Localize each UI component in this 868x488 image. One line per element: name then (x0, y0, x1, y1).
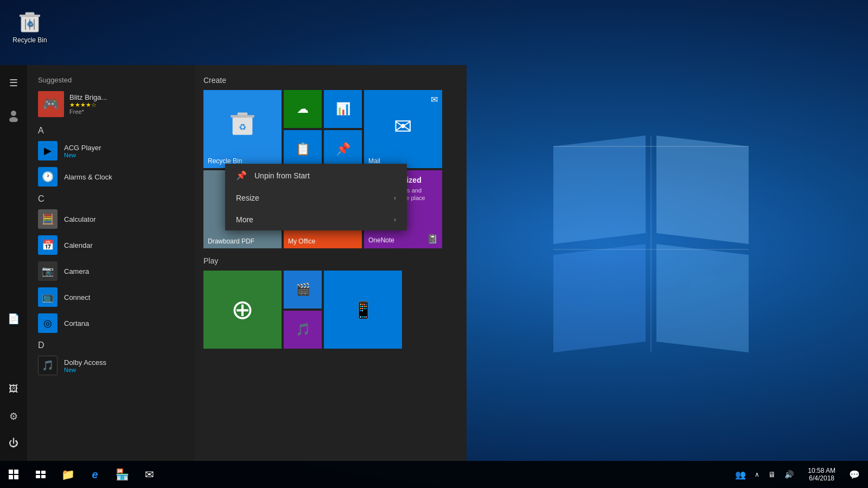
svg-rect-9 (20, 15, 40, 17)
suggested-app-blitz[interactable]: 🎮 Blitz Briga... ★★★★☆ Free* (27, 87, 195, 121)
more-label: More (236, 215, 253, 224)
dolby-name: Dolby Access (64, 358, 106, 367)
store-btn[interactable]: 🏪 (108, 461, 136, 488)
context-unpin[interactable]: 📌 Unpin from Start (225, 164, 407, 187)
calculator-icon: 🧮 (38, 209, 58, 229)
app-dolby[interactable]: 🎵 Dolby Access New (27, 352, 195, 378)
settings-icon[interactable]: ⚙ (0, 404, 27, 428)
cortana-info: Cortana (64, 319, 89, 328)
tile-small-2[interactable]: 📊 (324, 90, 362, 128)
clock-time: 10:58 AM (808, 467, 835, 474)
task-view-btn[interactable] (27, 461, 54, 488)
context-more[interactable]: More › (225, 209, 407, 230)
file-explorer-btn[interactable]: 📁 (54, 461, 81, 488)
alarms-clock-name: Alarms & Clock (64, 173, 112, 181)
documents-icon[interactable]: 📄 (0, 306, 27, 331)
more-arrow-icon: › (394, 216, 396, 223)
context-resize-left: Resize (236, 194, 259, 202)
context-resize[interactable]: Resize › (225, 187, 407, 209)
tile-recycle-bin[interactable]: ♻ Recycle Bin (203, 90, 282, 168)
app-connect[interactable]: 📺 Connect (27, 284, 195, 310)
tiles-area: Create ♻ Recycle Bin ☁ (195, 65, 467, 461)
user-avatar[interactable] (0, 103, 27, 127)
small-play-tiles: 🎬 🎵 (284, 271, 322, 349)
blitz-brigade-stars: ★★★★☆ (69, 101, 184, 108)
recycle-bin-icon: ♻ (17, 8, 43, 34)
start-menu: ☰ 📄 🖼 ⚙ ⏻ Suggested 🎮 Blitz Briga... ★★★… (0, 65, 467, 461)
tile-mail[interactable]: ✉ Mail ✉ (364, 90, 442, 168)
clock[interactable]: 10:58 AM 6/4/2018 (802, 467, 841, 482)
blitz-brigade-info: Blitz Briga... ★★★★☆ Free* (69, 93, 184, 115)
calculator-info: Calculator (64, 215, 96, 223)
app-calendar[interactable]: 📅 Calendar (27, 232, 195, 258)
tile-xbox[interactable]: ⊕ (203, 271, 282, 349)
calendar-name: Calendar (64, 241, 93, 249)
unpin-label: Unpin from Start (254, 171, 310, 180)
display-icon[interactable]: 🖥 (766, 468, 778, 481)
context-more-left: More (236, 215, 253, 224)
app-calculator[interactable]: 🧮 Calculator (27, 206, 195, 232)
tile-small-1[interactable]: ☁ (284, 90, 322, 128)
groove-icon: 🎵 (296, 323, 310, 337)
start-button[interactable] (0, 461, 27, 488)
tile-blue[interactable]: 📱 (324, 271, 402, 349)
desktop-recycle-bin[interactable]: ♻ Recycle Bin (8, 8, 52, 44)
volume-icon[interactable]: 🔊 (782, 468, 796, 481)
photos-icon[interactable]: 🖼 (0, 377, 27, 401)
create-label: Create (203, 76, 458, 85)
tile-small-1-icon: ☁ (297, 102, 309, 116)
app-list: Suggested 🎮 Blitz Briga... ★★★★☆ Free* A… (27, 65, 195, 461)
resize-arrow-icon: › (394, 194, 396, 202)
movies-icon: 🎬 (296, 282, 310, 297)
svg-rect-24 (9, 470, 13, 474)
svg-marker-1 (656, 136, 749, 244)
alpha-d: D (27, 336, 195, 352)
alarms-clock-icon: 🕐 (38, 167, 58, 187)
blitz-brigade-name: Blitz Briga... (69, 93, 184, 101)
svg-rect-26 (9, 475, 13, 479)
svg-marker-0 (553, 136, 646, 244)
context-unpin-left: 📌 Unpin from Start (236, 170, 310, 181)
app-acg-player[interactable]: ▶ ACG Player New (27, 138, 195, 164)
alpha-c: C (27, 190, 195, 206)
mail-btn[interactable]: ✉ (136, 461, 163, 488)
app-cortana[interactable]: ◎ Cortana (27, 310, 195, 336)
notification-btn[interactable]: 💬 (841, 461, 868, 488)
connect-name: Connect (64, 293, 90, 301)
tile-movies[interactable]: 🎬 (284, 271, 322, 309)
cortana-name: Cortana (64, 319, 89, 328)
camera-icon: 📷 (38, 261, 58, 281)
svg-marker-2 (553, 244, 646, 352)
alpha-a: A (27, 121, 195, 138)
edge-btn[interactable]: e (81, 461, 108, 488)
power-icon[interactable]: ⏻ (0, 431, 27, 455)
people-icon[interactable]: 👥 (733, 467, 748, 482)
svg-rect-28 (36, 471, 40, 474)
suggested-section-label: Suggested (27, 70, 195, 87)
tile-small-3[interactable]: 📋 (284, 130, 322, 168)
tiles-row-1: ♻ Recycle Bin ☁ 📊 (203, 90, 458, 168)
dolby-icon: 🎵 (38, 356, 58, 375)
tile-small-3-icon: 📋 (296, 142, 310, 156)
connect-icon: 📺 (38, 287, 58, 307)
camera-info: Camera (64, 267, 89, 275)
mail-envelope-icon: ✉ (431, 94, 438, 105)
app-alarms-clock[interactable]: 🕐 Alarms & Clock (27, 164, 195, 190)
calculator-name: Calculator (64, 215, 96, 223)
svg-point-15 (9, 117, 18, 122)
play-label: Play (203, 256, 458, 265)
tile-small-4-icon: 📌 (336, 142, 350, 156)
blitz-brigade-icon: 🎮 (38, 91, 64, 117)
small-tiles-group: ☁ 📊 📋 📌 (284, 90, 362, 168)
cortana-icon: ◎ (38, 313, 58, 333)
show-hidden-icon[interactable]: ∧ (752, 468, 762, 480)
blue-tile-icon: 📱 (353, 300, 373, 319)
tile-groove[interactable]: 🎵 (284, 311, 322, 349)
taskbar: 📁 e 🏪 ✉ 👥 ∧ 🖥 🔊 10:58 AM 6/4/2018 💬 (0, 461, 868, 488)
acg-player-info: ACG Player New (64, 144, 101, 158)
app-camera[interactable]: 📷 Camera (27, 258, 195, 284)
hamburger-menu-icon[interactable]: ☰ (0, 70, 27, 95)
tile-small-4[interactable]: 📌 (324, 130, 362, 168)
drawboard-tile-label: Drawboard PDF (208, 237, 254, 245)
svg-text:♻: ♻ (239, 122, 246, 132)
